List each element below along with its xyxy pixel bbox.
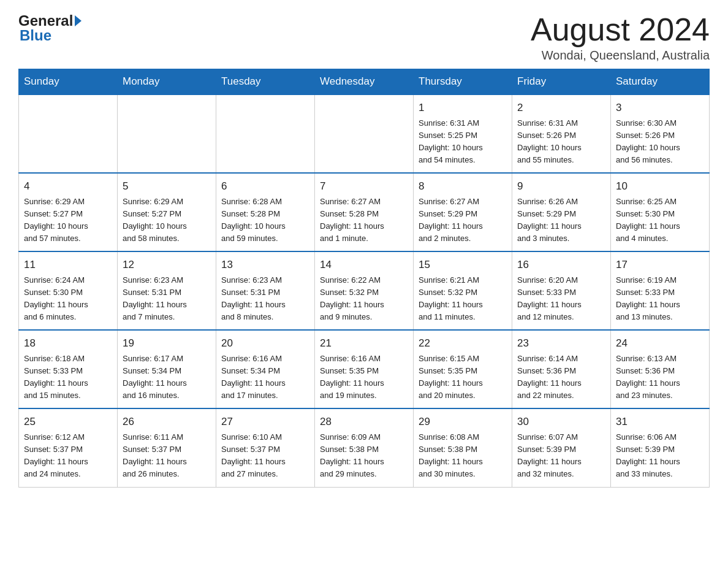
header-tuesday: Tuesday <box>216 69 315 95</box>
calendar-cell: 2Sunrise: 6:31 AM Sunset: 5:26 PM Daylig… <box>512 94 611 173</box>
day-info: Sunrise: 6:31 AM Sunset: 5:26 PM Dayligh… <box>517 117 605 167</box>
day-number: 28 <box>320 414 408 430</box>
day-info: Sunrise: 6:13 AM Sunset: 5:36 PM Dayligh… <box>616 353 704 402</box>
calendar-cell: 26Sunrise: 6:11 AM Sunset: 5:37 PM Dayli… <box>118 408 216 487</box>
day-info: Sunrise: 6:20 AM Sunset: 5:33 PM Dayligh… <box>517 274 605 324</box>
calendar-cell: 6Sunrise: 6:28 AM Sunset: 5:28 PM Daylig… <box>216 173 315 251</box>
calendar-cell: 27Sunrise: 6:10 AM Sunset: 5:37 PM Dayli… <box>216 408 315 487</box>
calendar-cell <box>118 94 216 173</box>
day-number: 18 <box>24 335 112 351</box>
day-info: Sunrise: 6:29 AM Sunset: 5:27 PM Dayligh… <box>24 196 112 245</box>
calendar-cell: 3Sunrise: 6:30 AM Sunset: 5:26 PM Daylig… <box>611 94 710 173</box>
day-number: 14 <box>320 257 408 273</box>
day-number: 20 <box>221 335 309 351</box>
day-info: Sunrise: 6:31 AM Sunset: 5:25 PM Dayligh… <box>419 117 507 167</box>
title-block: August 2024 Wondai, Queensland, Australi… <box>531 12 710 63</box>
day-number: 29 <box>419 414 507 430</box>
day-number: 24 <box>616 335 704 351</box>
day-info: Sunrise: 6:21 AM Sunset: 5:32 PM Dayligh… <box>419 274 507 324</box>
calendar-cell: 7Sunrise: 6:27 AM Sunset: 5:28 PM Daylig… <box>315 173 414 251</box>
day-number: 21 <box>320 335 408 351</box>
day-info: Sunrise: 6:17 AM Sunset: 5:34 PM Dayligh… <box>123 353 211 402</box>
day-number: 2 <box>517 100 605 116</box>
day-info: Sunrise: 6:30 AM Sunset: 5:26 PM Dayligh… <box>616 117 704 167</box>
day-info: Sunrise: 6:16 AM Sunset: 5:35 PM Dayligh… <box>320 353 408 402</box>
day-number: 25 <box>24 414 112 430</box>
day-number: 13 <box>221 257 309 273</box>
day-number: 6 <box>221 178 309 194</box>
day-number: 23 <box>517 335 605 351</box>
day-info: Sunrise: 6:07 AM Sunset: 5:39 PM Dayligh… <box>517 431 605 481</box>
day-number: 1 <box>419 100 507 116</box>
calendar-cell: 10Sunrise: 6:25 AM Sunset: 5:30 PM Dayli… <box>611 173 710 251</box>
day-info: Sunrise: 6:27 AM Sunset: 5:29 PM Dayligh… <box>419 196 507 245</box>
calendar-cell: 23Sunrise: 6:14 AM Sunset: 5:36 PM Dayli… <box>512 330 611 408</box>
day-info: Sunrise: 6:23 AM Sunset: 5:31 PM Dayligh… <box>123 274 211 324</box>
logo-blue-text: Blue <box>18 27 51 44</box>
month-title: August 2024 <box>531 12 710 47</box>
location-text: Wondai, Queensland, Australia <box>531 48 710 63</box>
day-number: 17 <box>616 257 704 273</box>
day-info: Sunrise: 6:23 AM Sunset: 5:31 PM Dayligh… <box>221 274 309 324</box>
calendar-cell: 21Sunrise: 6:16 AM Sunset: 5:35 PM Dayli… <box>315 330 414 408</box>
calendar-cell: 25Sunrise: 6:12 AM Sunset: 5:37 PM Dayli… <box>19 408 118 487</box>
day-info: Sunrise: 6:06 AM Sunset: 5:39 PM Dayligh… <box>616 431 704 481</box>
week-row-3: 11Sunrise: 6:24 AM Sunset: 5:30 PM Dayli… <box>19 251 710 330</box>
day-number: 22 <box>419 335 507 351</box>
calendar-cell: 14Sunrise: 6:22 AM Sunset: 5:32 PM Dayli… <box>315 251 414 330</box>
logo-arrow-icon <box>75 15 82 26</box>
day-info: Sunrise: 6:22 AM Sunset: 5:32 PM Dayligh… <box>320 274 408 324</box>
header-friday: Friday <box>512 69 611 95</box>
calendar-cell: 19Sunrise: 6:17 AM Sunset: 5:34 PM Dayli… <box>118 330 216 408</box>
calendar-cell <box>19 94 118 173</box>
day-number: 26 <box>123 414 211 430</box>
day-number: 15 <box>419 257 507 273</box>
week-row-2: 4Sunrise: 6:29 AM Sunset: 5:27 PM Daylig… <box>19 173 710 251</box>
day-number: 4 <box>24 178 112 194</box>
day-number: 30 <box>517 414 605 430</box>
day-number: 10 <box>616 178 704 194</box>
calendar-cell: 13Sunrise: 6:23 AM Sunset: 5:31 PM Dayli… <box>216 251 315 330</box>
calendar-cell: 30Sunrise: 6:07 AM Sunset: 5:39 PM Dayli… <box>512 408 611 487</box>
calendar-cell: 15Sunrise: 6:21 AM Sunset: 5:32 PM Dayli… <box>414 251 512 330</box>
day-info: Sunrise: 6:09 AM Sunset: 5:38 PM Dayligh… <box>320 431 408 481</box>
calendar-cell: 4Sunrise: 6:29 AM Sunset: 5:27 PM Daylig… <box>19 173 118 251</box>
week-row-1: 1Sunrise: 6:31 AM Sunset: 5:25 PM Daylig… <box>19 94 710 173</box>
day-number: 8 <box>419 178 507 194</box>
day-number: 31 <box>616 414 704 430</box>
day-number: 3 <box>616 100 704 116</box>
weekday-header-row: Sunday Monday Tuesday Wednesday Thursday… <box>19 69 710 95</box>
calendar-cell: 1Sunrise: 6:31 AM Sunset: 5:25 PM Daylig… <box>414 94 512 173</box>
calendar-cell: 28Sunrise: 6:09 AM Sunset: 5:38 PM Dayli… <box>315 408 414 487</box>
day-info: Sunrise: 6:18 AM Sunset: 5:33 PM Dayligh… <box>24 353 112 402</box>
calendar-cell: 20Sunrise: 6:16 AM Sunset: 5:34 PM Dayli… <box>216 330 315 408</box>
calendar-cell: 9Sunrise: 6:26 AM Sunset: 5:29 PM Daylig… <box>512 173 611 251</box>
header-saturday: Saturday <box>611 69 710 95</box>
page-header: General Blue August 2024 Wondai, Queensl… <box>18 12 710 63</box>
calendar-table: Sunday Monday Tuesday Wednesday Thursday… <box>18 69 710 487</box>
calendar-cell: 22Sunrise: 6:15 AM Sunset: 5:35 PM Dayli… <box>414 330 512 408</box>
day-info: Sunrise: 6:26 AM Sunset: 5:29 PM Dayligh… <box>517 196 605 245</box>
day-info: Sunrise: 6:19 AM Sunset: 5:33 PM Dayligh… <box>616 274 704 324</box>
logo: General Blue <box>18 12 82 44</box>
day-info: Sunrise: 6:24 AM Sunset: 5:30 PM Dayligh… <box>24 274 112 324</box>
day-number: 5 <box>123 178 211 194</box>
calendar-cell: 8Sunrise: 6:27 AM Sunset: 5:29 PM Daylig… <box>414 173 512 251</box>
calendar-cell: 16Sunrise: 6:20 AM Sunset: 5:33 PM Dayli… <box>512 251 611 330</box>
day-info: Sunrise: 6:14 AM Sunset: 5:36 PM Dayligh… <box>517 353 605 402</box>
calendar-cell: 5Sunrise: 6:29 AM Sunset: 5:27 PM Daylig… <box>118 173 216 251</box>
calendar-cell: 11Sunrise: 6:24 AM Sunset: 5:30 PM Dayli… <box>19 251 118 330</box>
day-info: Sunrise: 6:25 AM Sunset: 5:30 PM Dayligh… <box>616 196 704 245</box>
day-number: 27 <box>221 414 309 430</box>
day-info: Sunrise: 6:11 AM Sunset: 5:37 PM Dayligh… <box>123 431 211 481</box>
header-wednesday: Wednesday <box>315 69 414 95</box>
day-number: 12 <box>123 257 211 273</box>
day-info: Sunrise: 6:15 AM Sunset: 5:35 PM Dayligh… <box>419 353 507 402</box>
day-number: 16 <box>517 257 605 273</box>
day-number: 9 <box>517 178 605 194</box>
calendar-cell: 18Sunrise: 6:18 AM Sunset: 5:33 PM Dayli… <box>19 330 118 408</box>
calendar-cell <box>216 94 315 173</box>
header-monday: Monday <box>118 69 216 95</box>
week-row-5: 25Sunrise: 6:12 AM Sunset: 5:37 PM Dayli… <box>19 408 710 487</box>
day-info: Sunrise: 6:28 AM Sunset: 5:28 PM Dayligh… <box>221 196 309 245</box>
